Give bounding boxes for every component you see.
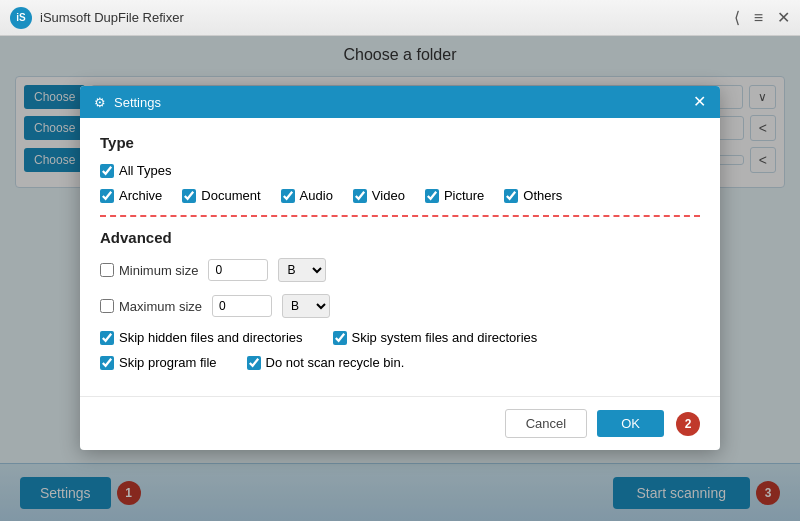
min-size-checkbox-input[interactable]: [100, 263, 114, 277]
video-checkbox[interactable]: Video: [353, 188, 405, 203]
advanced-section-title: Advanced: [100, 229, 700, 246]
min-size-label: Minimum size: [119, 263, 198, 278]
picture-checkbox[interactable]: Picture: [425, 188, 484, 203]
document-checkbox[interactable]: Document: [182, 188, 260, 203]
audio-label: Audio: [300, 188, 333, 203]
archive-label: Archive: [119, 188, 162, 203]
share-icon[interactable]: ⟨: [734, 10, 740, 26]
archive-input[interactable]: [100, 189, 114, 203]
max-size-checkbox[interactable]: Maximum size: [100, 299, 202, 314]
all-types-input[interactable]: [100, 164, 114, 178]
app-logo: iS: [10, 7, 32, 29]
no-recycle-label: Do not scan recycle bin.: [266, 355, 405, 370]
dialog-header: ⚙ Settings ✕: [80, 86, 720, 118]
dialog-title: Settings: [114, 95, 685, 110]
min-size-checkbox[interactable]: Minimum size: [100, 263, 198, 278]
max-size-label: Maximum size: [119, 299, 202, 314]
no-recycle-checkbox[interactable]: Do not scan recycle bin.: [247, 355, 405, 370]
picture-input[interactable]: [425, 189, 439, 203]
ok-btn-wrapper: OK 2: [597, 409, 700, 438]
archive-checkbox[interactable]: Archive: [100, 188, 162, 203]
ok-button[interactable]: OK: [597, 410, 664, 437]
options-row-1: Skip hidden files and directories Skip s…: [100, 330, 700, 345]
others-checkbox[interactable]: Others: [504, 188, 562, 203]
close-icon[interactable]: ✕: [777, 10, 790, 26]
skip-program-checkbox[interactable]: Skip program file: [100, 355, 217, 370]
dialog-overlay: ⚙ Settings ✕ Type All Types Arch: [0, 36, 800, 521]
document-input[interactable]: [182, 189, 196, 203]
skip-system-input[interactable]: [333, 331, 347, 345]
video-label: Video: [372, 188, 405, 203]
document-label: Document: [201, 188, 260, 203]
options-row-2: Skip program file Do not scan recycle bi…: [100, 355, 700, 370]
skip-hidden-input[interactable]: [100, 331, 114, 345]
menu-icon[interactable]: ≡: [754, 10, 763, 26]
audio-input[interactable]: [281, 189, 295, 203]
app-main: Choose a folder Choose E:\ ∨ Choose I:\ …: [0, 36, 800, 521]
window-controls: ⟨ ≡ ✕: [734, 10, 790, 26]
type-section-title: Type: [100, 134, 700, 151]
max-size-checkbox-input[interactable]: [100, 299, 114, 313]
app-title: iSumsoft DupFile Refixer: [40, 10, 734, 25]
max-size-unit[interactable]: B KB MB GB: [282, 294, 330, 318]
min-size-input[interactable]: [208, 259, 268, 281]
picture-label: Picture: [444, 188, 484, 203]
video-input[interactable]: [353, 189, 367, 203]
all-types-label: All Types: [119, 163, 172, 178]
dialog-close-button[interactable]: ✕: [693, 94, 706, 110]
others-input[interactable]: [504, 189, 518, 203]
skip-system-checkbox[interactable]: Skip system files and directories: [333, 330, 538, 345]
others-label: Others: [523, 188, 562, 203]
skip-program-label: Skip program file: [119, 355, 217, 370]
settings-dialog: ⚙ Settings ✕ Type All Types Arch: [80, 86, 720, 450]
section-divider: [100, 215, 700, 217]
skip-hidden-checkbox[interactable]: Skip hidden files and directories: [100, 330, 303, 345]
audio-checkbox[interactable]: Audio: [281, 188, 333, 203]
max-size-input[interactable]: [212, 295, 272, 317]
all-types-checkbox[interactable]: All Types: [100, 163, 172, 178]
skip-system-label: Skip system files and directories: [352, 330, 538, 345]
skip-program-input[interactable]: [100, 356, 114, 370]
min-size-unit[interactable]: B KB MB GB: [278, 258, 326, 282]
title-bar: iS iSumsoft DupFile Refixer ⟨ ≡ ✕: [0, 0, 800, 36]
min-size-row: Minimum size B KB MB GB: [100, 258, 700, 282]
ok-badge: 2: [676, 412, 700, 436]
all-types-row: All Types: [100, 163, 700, 178]
cancel-button[interactable]: Cancel: [505, 409, 587, 438]
dialog-footer: Cancel OK 2: [80, 396, 720, 450]
max-size-row: Maximum size B KB MB GB: [100, 294, 700, 318]
no-recycle-input[interactable]: [247, 356, 261, 370]
skip-hidden-label: Skip hidden files and directories: [119, 330, 303, 345]
dialog-body: Type All Types Archive Document: [80, 118, 720, 396]
settings-gear-icon: ⚙: [94, 95, 106, 110]
file-types-row: Archive Document Audio Video: [100, 188, 700, 203]
